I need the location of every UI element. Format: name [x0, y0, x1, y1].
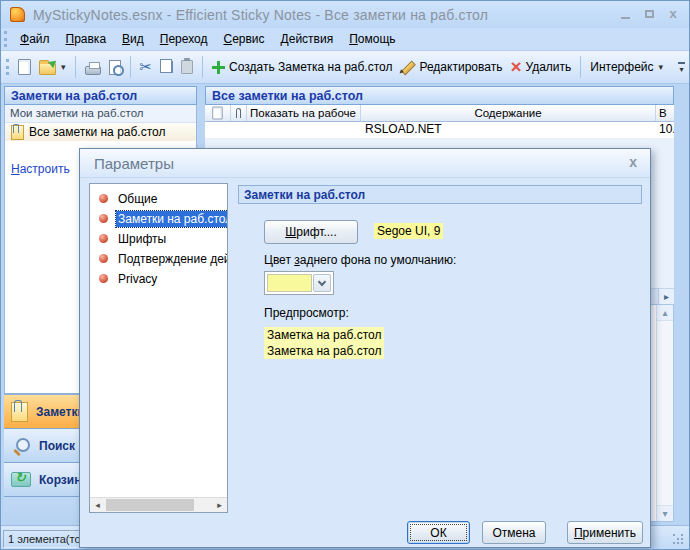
font-value: Segoe UI, 9 — [374, 223, 443, 239]
print-button[interactable] — [81, 55, 105, 80]
dropdown-arrow-button[interactable] — [313, 274, 331, 292]
dialog-close-button[interactable]: x — [629, 154, 637, 170]
resize-grip[interactable] — [673, 534, 685, 546]
minimize-icon — [621, 17, 630, 19]
category-confirmation[interactable]: Подтверждение действий — [90, 249, 227, 268]
toolbar-drag-handle[interactable] — [6, 59, 9, 75]
cancel-button[interactable]: Отмена — [482, 521, 546, 544]
column-note-type[interactable] — [205, 105, 231, 121]
bullet-icon — [99, 234, 108, 243]
cancel-label: Отмена — [492, 526, 535, 540]
category-privacy[interactable]: Privacy — [90, 269, 227, 288]
print-preview-button[interactable] — [105, 55, 125, 80]
options-dialog: Параметры x Общие Заметки на раб.стол Шр… — [79, 148, 651, 548]
create-note-button[interactable]: Создать Заметка на раб.стол — [208, 55, 396, 80]
toolbar-overflow-button[interactable]: ▾ — [675, 59, 687, 77]
interface-label: Интерфейс — [590, 60, 653, 74]
menu-tools[interactable]: Сервис — [215, 29, 272, 49]
ok-button[interactable]: ОК — [407, 521, 470, 544]
minimize-button[interactable] — [617, 6, 633, 22]
menu-go[interactable]: Переход — [152, 29, 216, 49]
app-window: MyStickyNotes.esnx - Efficient Sticky No… — [0, 0, 690, 550]
window-controls: x — [617, 6, 681, 22]
tree-item-all-desktop-notes[interactable]: Все заметки на раб.стол — [5, 123, 196, 141]
scroll-down-arrow-icon[interactable]: ▾ — [657, 505, 673, 521]
maximize-icon — [645, 10, 654, 18]
scroll-right-arrow-icon[interactable]: ▸ — [658, 289, 674, 304]
paste-button[interactable] — [177, 55, 197, 80]
copy-button[interactable] — [156, 55, 177, 80]
close-button[interactable]: x — [665, 6, 681, 22]
toolbar-separator — [130, 56, 131, 78]
menu-edit[interactable]: Правка — [58, 29, 115, 49]
configure-link[interactable]: Настроить — [11, 162, 70, 176]
overflow-bar-icon — [678, 62, 685, 64]
main-panel-header: Все заметки на раб.стол — [205, 86, 674, 105]
create-note-label: Создать Заметка на раб.стол — [229, 60, 392, 74]
printer-icon — [85, 66, 101, 75]
category-general[interactable]: Общие — [90, 189, 227, 208]
menu-file[interactable]: Файл — [12, 29, 58, 49]
chevron-down-icon — [318, 277, 326, 285]
open-button[interactable]: ▾ — [35, 55, 70, 80]
interface-dropdown-button[interactable]: Интерфейс ▾ — [586, 55, 667, 80]
toolbar-separator — [580, 56, 581, 78]
category-fonts[interactable]: Шрифты — [90, 229, 227, 248]
column-extra[interactable]: В — [656, 105, 674, 121]
category-label: Privacy — [116, 271, 159, 287]
apply-button[interactable]: Применить — [567, 521, 643, 544]
scroll-right-arrow-icon[interactable]: ▸ — [212, 498, 227, 512]
color-swatch — [267, 274, 312, 292]
left-panel-header: Заметки на раб.стол — [4, 86, 197, 105]
bg-color-label-post: аднего фона по умолчанию: — [300, 253, 457, 267]
table-row[interactable]: RSLOAD.NET 10.0 — [205, 122, 674, 138]
section-header: Заметки на раб.стол — [238, 185, 642, 204]
app-icon — [10, 7, 25, 22]
bullet-icon — [99, 254, 108, 263]
category-list-scrollbar[interactable]: ◂ ▸ — [90, 497, 227, 512]
tree-item-label: Все заметки на раб.стол — [29, 125, 165, 139]
chevron-down-icon: ▾ — [61, 62, 66, 72]
column-show-on-desktop[interactable]: Показать на рабоче — [247, 105, 361, 121]
nav-label: Поиск — [39, 439, 75, 453]
notes-group-label: Мои заметки на раб.стол — [5, 105, 196, 123]
plus-icon — [212, 61, 225, 74]
paperclip-icon — [236, 108, 241, 118]
copy-icon — [163, 61, 173, 73]
preview-note-line: Заметка на раб.стол — [264, 343, 384, 359]
menu-actions[interactable]: Действия — [273, 29, 342, 49]
bg-color-dropdown[interactable] — [264, 271, 334, 295]
recycle-arrows-icon: ↻ — [15, 470, 26, 485]
delete-note-label: Удалить — [526, 60, 572, 74]
column-content[interactable]: Содержание — [361, 105, 656, 121]
dialog-titlebar: Параметры — [80, 149, 650, 178]
delete-note-button[interactable]: × Удалить — [506, 55, 575, 80]
column-attachment[interactable] — [231, 105, 247, 121]
font-button[interactable]: Шрифт.... — [264, 220, 358, 244]
preview-vertical-scrollbar[interactable]: ▴ ▾ — [656, 305, 673, 521]
edit-note-label: Редактировать — [419, 60, 502, 74]
menu-view[interactable]: Вид — [114, 29, 152, 49]
bg-color-label: Цвет заднего фона по умолчанию: — [264, 253, 456, 267]
bullet-icon — [99, 214, 108, 223]
maximize-button[interactable] — [641, 6, 657, 22]
paste-icon — [181, 60, 193, 74]
preview-note-line: Заметка на раб.стол — [264, 327, 384, 343]
new-note-button[interactable] — [14, 55, 35, 80]
page-icon — [212, 107, 222, 120]
ok-label: ОК — [430, 526, 446, 540]
new-page-icon — [18, 59, 31, 75]
toolbar-separator — [202, 56, 203, 78]
scroll-up-arrow-icon[interactable]: ▴ — [657, 305, 673, 321]
menubar-drag-handle[interactable] — [4, 31, 7, 47]
cell-content: RSLOAD.NET — [205, 122, 656, 138]
scroll-left-arrow-icon[interactable]: ◂ — [90, 498, 105, 512]
scrollbar-thumb[interactable] — [106, 499, 194, 511]
window-title: MyStickyNotes.esnx - Efficient Sticky No… — [33, 7, 488, 23]
category-desktop-notes[interactable]: Заметки на раб.стол — [90, 209, 227, 228]
category-label: Общие — [116, 191, 159, 207]
menu-help[interactable]: Помощь — [341, 29, 403, 49]
cut-button[interactable]: ✂ — [136, 55, 157, 80]
open-folder-icon — [39, 63, 56, 75]
edit-note-button[interactable]: Редактировать — [396, 55, 506, 80]
